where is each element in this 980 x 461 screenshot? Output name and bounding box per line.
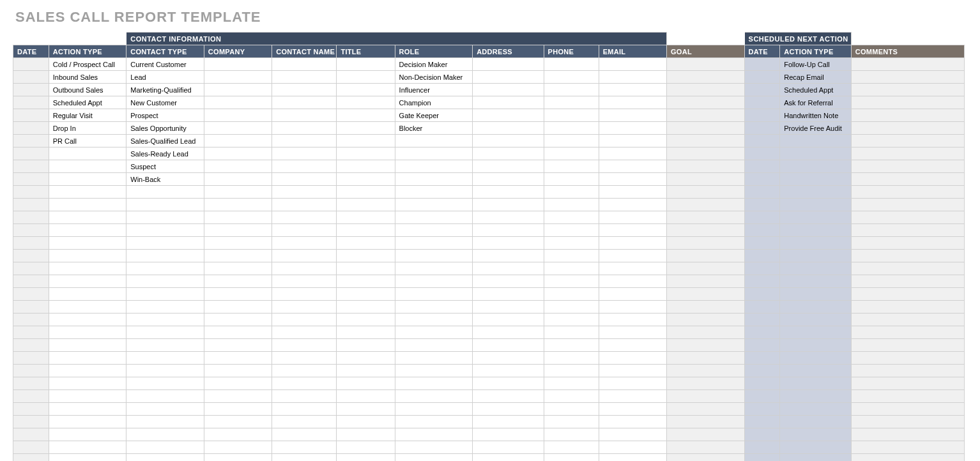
cell-title[interactable] [337,109,395,122]
cell-sched-date[interactable] [744,160,780,173]
cell-role[interactable] [395,275,473,288]
cell-contact-name[interactable] [272,122,337,135]
cell-email[interactable] [599,288,666,301]
cell-title[interactable] [337,454,395,462]
cell-comments[interactable] [851,301,964,314]
cell-sched-date[interactable] [744,122,780,135]
cell-goal[interactable] [667,96,745,109]
cell-role[interactable] [395,160,473,173]
cell-phone[interactable] [544,428,599,441]
cell-action-type[interactable] [49,365,126,377]
cell-address[interactable] [473,147,544,160]
cell-sched-action-type[interactable] [780,428,851,441]
cell-address[interactable] [473,109,544,122]
cell-sched-date[interactable] [744,314,780,326]
cell-company[interactable] [204,326,272,339]
cell-action-type[interactable] [49,326,126,339]
cell-address[interactable] [473,71,544,84]
cell-comments[interactable] [851,173,964,186]
cell-comments[interactable] [851,441,964,454]
cell-sched-action-type[interactable] [780,237,851,250]
cell-address[interactable] [473,250,544,262]
cell-contact-name[interactable] [272,109,337,122]
cell-action-type[interactable] [49,454,126,462]
cell-contact-name[interactable] [272,288,337,301]
cell-email[interactable] [599,84,666,96]
cell-comments[interactable] [851,365,964,377]
cell-email[interactable] [599,377,666,390]
cell-sched-action-type[interactable] [780,211,851,224]
cell-address[interactable] [473,352,544,365]
cell-contact-name[interactable] [272,416,337,428]
cell-sched-action-type[interactable] [780,186,851,199]
cell-comments[interactable] [851,160,964,173]
cell-date[interactable] [13,84,49,96]
cell-role[interactable]: Champion [395,96,473,109]
cell-contact-type[interactable]: Sales-Ready Lead [126,147,204,160]
cell-sched-date[interactable] [744,71,780,84]
cell-sched-date[interactable] [744,147,780,160]
cell-sched-date[interactable] [744,173,780,186]
cell-title[interactable] [337,339,395,352]
cell-contact-type[interactable] [126,275,204,288]
cell-contact-name[interactable] [272,326,337,339]
cell-sched-action-type[interactable] [780,301,851,314]
cell-role[interactable]: Influencer [395,84,473,96]
cell-address[interactable] [473,441,544,454]
cell-goal[interactable] [667,314,745,326]
cell-address[interactable] [473,224,544,237]
cell-title[interactable] [337,377,395,390]
cell-contact-type[interactable] [126,352,204,365]
cell-company[interactable] [204,416,272,428]
cell-address[interactable] [473,403,544,416]
cell-email[interactable] [599,58,666,71]
cell-comments[interactable] [851,314,964,326]
cell-contact-name[interactable] [272,147,337,160]
cell-company[interactable] [204,96,272,109]
cell-phone[interactable] [544,211,599,224]
cell-email[interactable] [599,416,666,428]
cell-contact-type[interactable] [126,211,204,224]
cell-date[interactable] [13,339,49,352]
cell-action-type[interactable] [49,403,126,416]
cell-goal[interactable] [667,339,745,352]
cell-title[interactable] [337,224,395,237]
cell-sched-action-type[interactable] [780,199,851,211]
cell-contact-name[interactable] [272,390,337,403]
cell-role[interactable] [395,135,473,147]
cell-comments[interactable] [851,122,964,135]
cell-comments[interactable] [851,147,964,160]
cell-goal[interactable] [667,390,745,403]
cell-action-type[interactable]: Inbound Sales [49,71,126,84]
cell-sched-date[interactable] [744,390,780,403]
cell-contact-type[interactable] [126,250,204,262]
cell-title[interactable] [337,199,395,211]
cell-goal[interactable] [667,454,745,462]
cell-action-type[interactable]: Regular Visit [49,109,126,122]
cell-date[interactable] [13,173,49,186]
cell-contact-type[interactable] [126,314,204,326]
cell-company[interactable] [204,377,272,390]
cell-title[interactable] [337,428,395,441]
cell-goal[interactable] [667,403,745,416]
cell-comments[interactable] [851,275,964,288]
cell-sched-date[interactable] [744,301,780,314]
cell-comments[interactable] [851,58,964,71]
cell-email[interactable] [599,390,666,403]
cell-address[interactable] [473,339,544,352]
cell-date[interactable] [13,224,49,237]
cell-contact-name[interactable] [272,314,337,326]
cell-role[interactable] [395,147,473,160]
cell-company[interactable] [204,135,272,147]
cell-role[interactable] [395,237,473,250]
cell-date[interactable] [13,109,49,122]
cell-sched-date[interactable] [744,262,780,275]
cell-date[interactable] [13,288,49,301]
cell-contact-type[interactable] [126,428,204,441]
cell-date[interactable] [13,262,49,275]
cell-title[interactable] [337,71,395,84]
cell-date[interactable] [13,377,49,390]
cell-contact-name[interactable] [272,403,337,416]
cell-goal[interactable] [667,135,745,147]
cell-comments[interactable] [851,109,964,122]
